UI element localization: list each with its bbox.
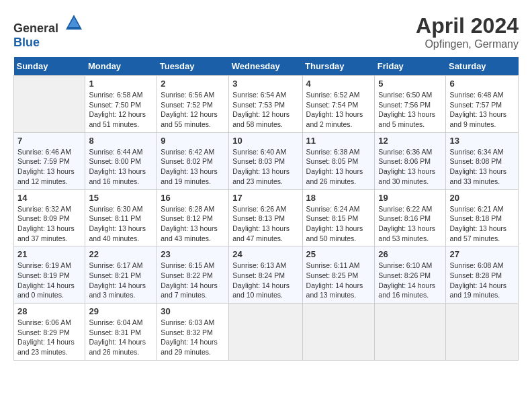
- day-number: 25: [306, 249, 371, 259]
- day-number: 18: [306, 193, 371, 203]
- calendar-cell: 8Sunrise: 6:44 AM Sunset: 8:00 PM Daylig…: [85, 132, 157, 189]
- day-number: 2: [161, 79, 225, 89]
- day-info: Sunrise: 6:22 AM Sunset: 8:16 PM Dayligh…: [378, 204, 442, 244]
- calendar-cell: 28Sunrise: 6:06 AM Sunset: 8:29 PM Dayli…: [14, 304, 85, 361]
- day-of-week-header: Thursday: [302, 57, 375, 76]
- calendar-cell: 11Sunrise: 6:38 AM Sunset: 8:05 PM Dayli…: [302, 132, 375, 189]
- calendar-table: SundayMondayTuesdayWednesdayThursdayFrid…: [13, 57, 519, 361]
- day-info: Sunrise: 6:44 AM Sunset: 8:00 PM Dayligh…: [89, 147, 153, 187]
- calendar-cell: 5Sunrise: 6:50 AM Sunset: 7:56 PM Daylig…: [375, 76, 446, 133]
- day-of-week-header: Friday: [375, 57, 446, 76]
- day-of-week-header: Sunday: [14, 57, 85, 76]
- day-info: Sunrise: 6:48 AM Sunset: 7:57 PM Dayligh…: [449, 90, 515, 130]
- day-number: 23: [161, 249, 225, 259]
- day-number: 22: [89, 249, 153, 259]
- day-number: 12: [378, 136, 442, 146]
- day-info: Sunrise: 6:13 AM Sunset: 8:24 PM Dayligh…: [232, 261, 298, 300]
- calendar-week-row: 14Sunrise: 6:32 AM Sunset: 8:09 PM Dayli…: [14, 189, 519, 246]
- calendar-cell: 15Sunrise: 6:30 AM Sunset: 8:11 PM Dayli…: [85, 189, 157, 246]
- calendar-cell: 2Sunrise: 6:56 AM Sunset: 7:52 PM Daylig…: [157, 76, 229, 133]
- calendar-cell: 14Sunrise: 6:32 AM Sunset: 8:09 PM Dayli…: [14, 189, 85, 246]
- day-number: 15: [89, 193, 153, 203]
- day-number: 8: [89, 136, 153, 146]
- calendar-cell: 29Sunrise: 6:04 AM Sunset: 8:31 PM Dayli…: [85, 304, 157, 361]
- day-number: 5: [378, 79, 442, 89]
- day-info: Sunrise: 6:56 AM Sunset: 7:52 PM Dayligh…: [161, 90, 225, 130]
- day-number: 26: [378, 249, 442, 259]
- calendar-cell: [229, 304, 302, 361]
- day-info: Sunrise: 6:50 AM Sunset: 7:56 PM Dayligh…: [378, 90, 442, 130]
- day-number: 29: [89, 306, 153, 316]
- day-number: 24: [232, 249, 298, 259]
- day-number: 30: [161, 306, 225, 316]
- day-of-week-header: Monday: [85, 57, 157, 76]
- calendar-week-row: 28Sunrise: 6:06 AM Sunset: 8:29 PM Dayli…: [14, 304, 519, 361]
- calendar-cell: 18Sunrise: 6:24 AM Sunset: 8:15 PM Dayli…: [302, 189, 375, 246]
- calendar-cell: 1Sunrise: 6:58 AM Sunset: 7:50 PM Daylig…: [85, 76, 157, 133]
- day-info: Sunrise: 6:32 AM Sunset: 8:09 PM Dayligh…: [17, 204, 81, 244]
- day-info: Sunrise: 6:28 AM Sunset: 8:12 PM Dayligh…: [161, 204, 225, 244]
- calendar-week-row: 7Sunrise: 6:46 AM Sunset: 7:59 PM Daylig…: [14, 132, 519, 189]
- calendar-cell: 17Sunrise: 6:26 AM Sunset: 8:13 PM Dayli…: [229, 189, 302, 246]
- calendar-cell: 13Sunrise: 6:34 AM Sunset: 8:08 PM Dayli…: [446, 132, 519, 189]
- day-number: 13: [449, 136, 515, 146]
- title-block: April 2024 Opfingen, Germany: [416, 13, 519, 50]
- day-number: 9: [161, 136, 225, 146]
- calendar-cell: [302, 304, 375, 361]
- day-number: 3: [232, 79, 298, 89]
- day-info: Sunrise: 6:10 AM Sunset: 8:26 PM Dayligh…: [378, 261, 442, 300]
- calendar-cell: 7Sunrise: 6:46 AM Sunset: 7:59 PM Daylig…: [14, 132, 85, 189]
- day-number: 17: [232, 193, 298, 203]
- day-info: Sunrise: 6:52 AM Sunset: 7:54 PM Dayligh…: [306, 90, 371, 130]
- day-number: 16: [161, 193, 225, 203]
- calendar-cell: 27Sunrise: 6:08 AM Sunset: 8:28 PM Dayli…: [446, 246, 519, 304]
- calendar-cell: 6Sunrise: 6:48 AM Sunset: 7:57 PM Daylig…: [446, 76, 519, 133]
- calendar-cell: [446, 304, 519, 361]
- calendar-cell: 25Sunrise: 6:11 AM Sunset: 8:25 PM Dayli…: [302, 246, 375, 304]
- logo-icon: [64, 13, 83, 32]
- calendar-cell: 10Sunrise: 6:40 AM Sunset: 8:03 PM Dayli…: [229, 132, 302, 189]
- day-number: 11: [306, 136, 371, 146]
- day-info: Sunrise: 6:17 AM Sunset: 8:21 PM Dayligh…: [89, 261, 153, 300]
- day-number: 19: [378, 193, 442, 203]
- calendar-cell: 16Sunrise: 6:28 AM Sunset: 8:12 PM Dayli…: [157, 189, 229, 246]
- day-number: 7: [17, 136, 81, 146]
- day-info: Sunrise: 6:40 AM Sunset: 8:03 PM Dayligh…: [232, 147, 298, 187]
- day-info: Sunrise: 6:04 AM Sunset: 8:31 PM Dayligh…: [89, 318, 153, 357]
- calendar-cell: 20Sunrise: 6:21 AM Sunset: 8:18 PM Dayli…: [446, 189, 519, 246]
- day-info: Sunrise: 6:19 AM Sunset: 8:19 PM Dayligh…: [17, 261, 81, 300]
- day-number: 20: [449, 193, 515, 203]
- calendar-cell: 24Sunrise: 6:13 AM Sunset: 8:24 PM Dayli…: [229, 246, 302, 304]
- calendar-cell: 4Sunrise: 6:52 AM Sunset: 7:54 PM Daylig…: [302, 76, 375, 133]
- day-number: 10: [232, 136, 298, 146]
- day-info: Sunrise: 6:36 AM Sunset: 8:06 PM Dayligh…: [378, 147, 442, 187]
- day-info: Sunrise: 6:42 AM Sunset: 8:02 PM Dayligh…: [161, 147, 225, 187]
- logo-blue-text: Blue: [13, 36, 40, 49]
- calendar-week-row: 21Sunrise: 6:19 AM Sunset: 8:19 PM Dayli…: [14, 246, 519, 304]
- day-number: 14: [17, 193, 81, 203]
- calendar-cell: 3Sunrise: 6:54 AM Sunset: 7:53 PM Daylig…: [229, 76, 302, 133]
- day-info: Sunrise: 6:30 AM Sunset: 8:11 PM Dayligh…: [89, 204, 153, 244]
- day-info: Sunrise: 6:11 AM Sunset: 8:25 PM Dayligh…: [306, 261, 371, 300]
- day-of-week-header: Saturday: [446, 57, 519, 76]
- day-number: 28: [17, 306, 81, 316]
- calendar-week-row: 1Sunrise: 6:58 AM Sunset: 7:50 PM Daylig…: [14, 76, 519, 133]
- day-info: Sunrise: 6:21 AM Sunset: 8:18 PM Dayligh…: [449, 204, 515, 244]
- day-of-week-header: Tuesday: [157, 57, 229, 76]
- calendar-header-row: SundayMondayTuesdayWednesdayThursdayFrid…: [14, 57, 519, 76]
- logo: General Blue: [13, 13, 83, 50]
- day-info: Sunrise: 6:54 AM Sunset: 7:53 PM Dayligh…: [232, 90, 298, 130]
- calendar-cell: 23Sunrise: 6:15 AM Sunset: 8:22 PM Dayli…: [157, 246, 229, 304]
- day-info: Sunrise: 6:38 AM Sunset: 8:05 PM Dayligh…: [306, 147, 371, 187]
- day-info: Sunrise: 6:06 AM Sunset: 8:29 PM Dayligh…: [17, 318, 81, 357]
- day-info: Sunrise: 6:03 AM Sunset: 8:32 PM Dayligh…: [161, 318, 225, 357]
- calendar-cell: 12Sunrise: 6:36 AM Sunset: 8:06 PM Dayli…: [375, 132, 446, 189]
- day-info: Sunrise: 6:08 AM Sunset: 8:28 PM Dayligh…: [449, 261, 515, 300]
- location-title: Opfingen, Germany: [416, 38, 519, 50]
- day-of-week-header: Wednesday: [229, 57, 302, 76]
- day-info: Sunrise: 6:58 AM Sunset: 7:50 PM Dayligh…: [89, 90, 153, 130]
- day-number: 6: [449, 79, 515, 89]
- calendar-cell: 30Sunrise: 6:03 AM Sunset: 8:32 PM Dayli…: [157, 304, 229, 361]
- calendar-cell: [375, 304, 446, 361]
- month-year-title: April 2024: [416, 13, 519, 38]
